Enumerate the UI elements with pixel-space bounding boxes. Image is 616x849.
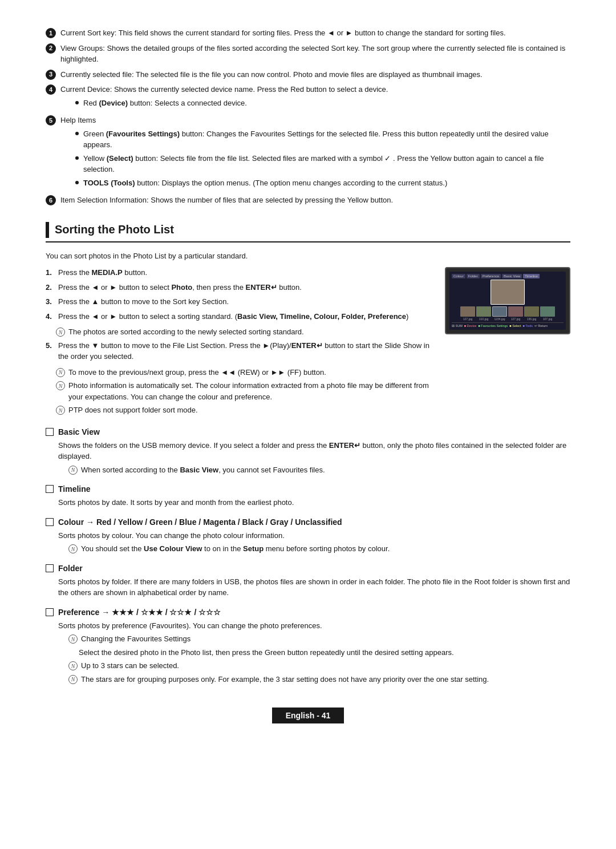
tv-tab-folder: Folder	[467, 274, 480, 278]
sub-body-preference: Sorts photos by preference (Favourites).…	[58, 620, 570, 685]
pref-note-3-text: The stars are for grouping purposes only…	[81, 674, 489, 685]
step-3-num: 3.	[46, 296, 55, 308]
num-6: 6	[46, 195, 56, 205]
sub-section-colour: Colour → Red / Yellow / Green / Blue / M…	[46, 518, 570, 555]
intro-item-3: 3 Currently selected file: The selected …	[46, 69, 570, 80]
tv-label-6: 107.jpg	[540, 317, 555, 321]
note-icon-2: N	[56, 381, 65, 390]
sub-heading-text-timeline: Timeline	[58, 484, 91, 494]
pref-note-1-body: Select the desired photo in the Photo li…	[79, 647, 570, 658]
note-icon-3: N	[56, 406, 65, 415]
section-intro: You can sort photos in the Photo List by…	[46, 250, 570, 262]
intro-item-6: 6 Item Selection Information: Shows the …	[46, 195, 570, 206]
step-2-num: 2.	[46, 282, 55, 293]
sub-section-preference: Preference → ★★★ / ☆★★ / ☆☆★ / ☆☆☆ Sorts…	[46, 608, 570, 685]
tv-label-4: 127.jpg	[508, 317, 523, 321]
intro-list: 1 Current Sort key: This field shows the…	[46, 27, 570, 206]
num-4: 4	[46, 84, 56, 95]
pref-note-icon-2: N	[68, 661, 78, 670]
bullet-5-3-text: TOOLS (Tools) button: Displays the optio…	[83, 177, 447, 189]
intro-item-1: 1 Current Sort key: This field shows the…	[46, 27, 570, 39]
tv-label-2: 110.jpg	[476, 317, 491, 321]
bullet-5-2-text: Yellow (Select) button: Selects file fro…	[83, 153, 570, 175]
intro-text-1: Current Sort key: This field shows the c…	[60, 27, 570, 39]
section-heading-text: Sorting the Photo List	[55, 223, 174, 236]
pref-note-1: N Changing the Favourites Settings	[68, 633, 570, 645]
sub-body-colour: Sorts photos by colour. You can change t…	[58, 530, 570, 555]
intro-text-3: Currently selected file: The selected fi…	[60, 69, 570, 80]
footer-text: English - 41	[286, 711, 331, 720]
intro-text-5: Help Items Green (Favourites Settings) b…	[60, 115, 570, 191]
folder-text: Sorts photos by folder. If there are man…	[58, 576, 570, 599]
step-5-text: Press the ▼ button to move to the File L…	[58, 340, 433, 362]
step-2-text: Press the ◄ or ► button to select Photo,…	[58, 282, 433, 293]
tv-main-thumb-area	[452, 280, 564, 305]
footer: English - 41	[46, 708, 570, 723]
step-1-text: Press the MEDIA.P button.	[58, 267, 433, 278]
colour-note: N You should set the Use Colour View to …	[68, 543, 570, 555]
footer-box: English - 41	[272, 708, 345, 723]
pref-note-2-text: Up to 3 stars can be selected.	[81, 660, 179, 672]
tv-tabs: Colour Folder Preference Basic View Time…	[452, 274, 564, 278]
tv-tab-preference: Preference	[481, 274, 501, 278]
tv-btn-fav: ■ Favourites Settings	[478, 324, 508, 328]
tv-btn-tools: ■ Tools	[523, 324, 533, 328]
steps-list: 1. Press the MEDIA.P button. 2. Press th…	[46, 267, 433, 322]
tv-thumb-row	[452, 306, 564, 317]
tv-label-1: 127.jpg	[460, 317, 475, 321]
step-4-num: 4.	[46, 311, 55, 322]
step-5-note-2-text: Photo information is automatically set. …	[68, 380, 433, 402]
step-4-text: Press the ◄ or ► button to select a sort…	[58, 311, 433, 322]
colour-note-icon: N	[68, 544, 78, 553]
pref-note-icon-3: N	[68, 675, 78, 684]
two-col-layout: 1. Press the MEDIA.P button. 2. Press th…	[46, 267, 570, 418]
sub-heading-text-folder: Folder	[58, 564, 83, 573]
tv-label-3: 1234.jpg	[492, 317, 507, 321]
tv-btn-return: ↩ Return	[534, 324, 548, 328]
basic-view-text: Shows the folders on the USB memory devi…	[58, 440, 570, 462]
section-heading: Sorting the Photo List	[46, 222, 570, 242]
bullet-5-3: TOOLS (Tools) button: Displays the optio…	[75, 177, 570, 189]
pref-note-1-text: Changing the Favourites Settings	[81, 633, 191, 645]
num-2: 2	[46, 43, 56, 54]
sub-section-timeline: Timeline Sorts photos by date. It sorts …	[46, 484, 570, 508]
step-5-note-3: N PTP does not support folder sort mode.	[56, 405, 433, 416]
bullet-4-1-text: Red (Device) button: Selects a connected…	[83, 98, 247, 109]
tv-thumb-3	[492, 306, 507, 317]
step-5: 5. Press the ▼ button to move to the Fil…	[46, 340, 433, 362]
preference-text: Sorts photos by preference (Favourites).…	[58, 620, 570, 632]
tv-mockup-col: Colour Folder Preference Basic View Time…	[445, 267, 570, 334]
intro-item-4: 4 Current Device: Shows the currently se…	[46, 84, 570, 111]
tv-thumb-4	[508, 306, 523, 317]
sub-section-basic-view: Basic View Shows the folders on the USB …	[46, 427, 570, 476]
bullet-dot	[75, 101, 79, 104]
sub-body-basic-view: Shows the folders on the USB memory devi…	[58, 440, 570, 476]
tv-btn-select: ■ Select	[509, 324, 521, 328]
sub-body-folder: Sorts photos by folder. If there are man…	[58, 576, 570, 599]
sub-heading-text-basic-view: Basic View	[58, 427, 100, 436]
tv-btn-sum: ⊞ SUM	[452, 324, 463, 328]
step-1: 1. Press the MEDIA.P button.	[46, 267, 433, 278]
checkbox-timeline	[46, 485, 54, 493]
tv-btn-device: ■ Device	[464, 324, 477, 328]
tv-tab-timeline: Timeline	[523, 274, 539, 278]
intro-item-2: 2 View Groups: Shows the detailed groups…	[46, 43, 570, 65]
intro-text-4: Current Device: Shows the currently sele…	[60, 84, 570, 111]
intro-text-2: View Groups: Shows the detailed groups o…	[60, 43, 570, 65]
tv-tab-colour: Colour	[452, 274, 465, 278]
step-3: 3. Press the ▲ button to move to the Sor…	[46, 296, 433, 308]
tv-label-5: 136.jpg	[524, 317, 539, 321]
sub-heading-colour: Colour → Red / Yellow / Green / Blue / M…	[46, 518, 570, 527]
step-5-note-3-text: PTP does not support folder sort mode.	[68, 405, 198, 416]
checkbox-basic-view	[46, 428, 54, 436]
checkbox-colour	[46, 518, 54, 526]
basic-view-note-text: When sorted according to the Basic View,…	[81, 464, 325, 476]
steps-list-5: 5. Press the ▼ button to move to the Fil…	[46, 340, 433, 362]
num-5: 5	[46, 115, 56, 126]
sub-heading-preference: Preference → ★★★ / ☆★★ / ☆☆★ / ☆☆☆	[46, 608, 570, 617]
num-3: 3	[46, 70, 56, 80]
bullet-dot	[75, 181, 79, 184]
step-5-num: 5.	[46, 340, 55, 351]
basic-view-note-icon: N	[68, 466, 78, 475]
colour-note-text: You should set the Use Colour View to on…	[81, 543, 390, 555]
